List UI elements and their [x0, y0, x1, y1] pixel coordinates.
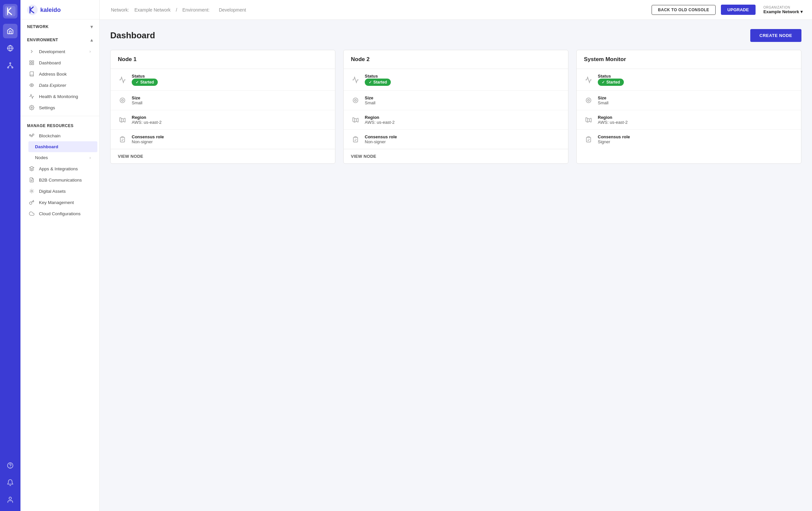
- main-content: Network: Example Network / Environment: …: [100, 0, 812, 511]
- globe-icon[interactable]: [3, 41, 18, 55]
- node-2-view-link[interactable]: VIEW NODE: [344, 149, 568, 163]
- sidebar-logo[interactable]: kaleido: [21, 0, 99, 20]
- svg-rect-10: [30, 63, 31, 65]
- node-2-size-icon: [351, 96, 360, 105]
- node-2-consensus-label: Consensus role: [365, 134, 397, 139]
- node-3-region-row: Region AWS: us-east-2: [577, 110, 801, 130]
- svg-rect-14: [29, 135, 31, 136]
- sidebar-item-development[interactable]: Development ›: [23, 46, 97, 57]
- health-monitoring-icon: [29, 94, 36, 99]
- svg-rect-16: [33, 134, 34, 135]
- upgrade-button[interactable]: UPGRADE: [721, 5, 756, 15]
- node-1-size-icon: [118, 96, 127, 105]
- node-1-size-row: Size Small: [111, 91, 335, 110]
- icon-rail: [0, 0, 21, 511]
- sidebar-item-dashboard-active[interactable]: Dashboard: [28, 141, 97, 152]
- sidebar: kaleido NETWORK ▾ ENVIRONMENT ▴ Developm…: [21, 0, 100, 511]
- svg-point-22: [353, 98, 358, 103]
- node-2-status-value: Started: [365, 79, 391, 86]
- nodes-chevron: ›: [89, 155, 91, 160]
- node-2-status-badge: Started: [365, 79, 391, 86]
- nodes-grid: Node 1 Status Started Size: [110, 50, 802, 164]
- node-2-status-row: Status Started: [344, 69, 568, 91]
- node-1-status-row: Status Started: [111, 69, 335, 91]
- development-icon: [29, 49, 36, 54]
- svg-point-7: [27, 5, 38, 15]
- sidebar-item-cloud-config[interactable]: Cloud Configurations: [23, 208, 97, 219]
- dashboard-env-icon: [29, 60, 36, 65]
- b2b-comms-icon: [29, 177, 36, 182]
- svg-rect-9: [32, 61, 34, 62]
- create-node-button[interactable]: CREATE NODE: [750, 29, 802, 42]
- node-2-size-value: Small: [365, 101, 376, 105]
- node-3-size-label: Size: [598, 95, 609, 101]
- development-chevron: ›: [89, 49, 91, 54]
- node-card-2-body: Status Started Size Small: [344, 69, 568, 149]
- svg-point-24: [586, 98, 591, 103]
- home-icon[interactable]: [3, 24, 18, 38]
- node-1-status-badge: Started: [132, 79, 158, 86]
- node-2-size-row: Size Small: [344, 91, 568, 110]
- node-2-consensus-row: Consensus role Non-signer: [344, 130, 568, 149]
- node-1-region-row: Region AWS: us-east-2: [111, 110, 335, 130]
- node-3-consensus-icon: [584, 135, 593, 144]
- node-1-size-value: Small: [132, 101, 143, 105]
- sidebar-item-blockchain[interactable]: Blockchain: [23, 130, 97, 141]
- blockchain-icon: [29, 133, 36, 138]
- node-1-view-link[interactable]: VIEW NODE: [111, 149, 335, 163]
- node-1-consensus-value: Non-signer: [132, 139, 164, 144]
- org-dropdown-chevron[interactable]: ▾: [801, 9, 803, 14]
- node-1-region-icon: [118, 115, 127, 124]
- apps-integrations-icon: [29, 166, 36, 171]
- node-3-status-row: Status Started: [577, 69, 801, 91]
- node-1-size-label: Size: [132, 95, 143, 101]
- network-icon[interactable]: [3, 58, 18, 73]
- node-card-1-header: Node 1: [111, 50, 335, 69]
- node-1-consensus-label: Consensus role: [132, 134, 164, 139]
- sidebar-item-nodes[interactable]: Nodes ›: [28, 152, 97, 163]
- node-2-status-icon: [351, 75, 360, 85]
- sidebar-item-settings[interactable]: Settings: [23, 102, 97, 113]
- node-3-consensus-row: Consensus role Signer: [577, 130, 801, 149]
- node-2-status-label: Status: [365, 74, 391, 79]
- sidebar-item-b2b-comms[interactable]: B2B Communications: [23, 174, 97, 186]
- rail-bottom: [3, 458, 18, 507]
- node-1-consensus-row: Consensus role Non-signer: [111, 130, 335, 149]
- logo-home-icon[interactable]: [3, 4, 18, 19]
- sidebar-item-data-explorer[interactable]: Data Explorer: [23, 80, 97, 91]
- page-title: Dashboard: [110, 30, 155, 40]
- question-icon[interactable]: [3, 458, 18, 473]
- sidebar-item-address-book[interactable]: Address Book: [23, 68, 97, 80]
- user-icon[interactable]: [3, 492, 18, 507]
- back-to-old-console-button[interactable]: BACK TO OLD CONSOLE: [651, 5, 715, 15]
- key-management-icon: [29, 200, 36, 205]
- sidebar-item-health-monitoring[interactable]: Health & Monitoring: [23, 91, 97, 102]
- network-section-header[interactable]: NETWORK ▾: [21, 20, 99, 33]
- sidebar-item-apps-integrations[interactable]: Apps & Integrations: [23, 163, 97, 174]
- node-card-2: Node 2 Status Started Size: [343, 50, 569, 164]
- settings-icon: [29, 105, 36, 110]
- svg-rect-11: [32, 63, 34, 65]
- logo-text: kaleido: [40, 7, 61, 13]
- node-2-region-label: Region: [365, 115, 395, 120]
- node-3-region-value: AWS: us-east-2: [598, 120, 628, 125]
- sidebar-item-digital-assets[interactable]: Digital Assets: [23, 186, 97, 197]
- sidebar-item-key-management[interactable]: Key Management: [23, 197, 97, 208]
- node-3-size-icon: [584, 96, 593, 105]
- sidebar-item-dashboard-env[interactable]: Dashboard: [23, 57, 97, 68]
- bell-icon[interactable]: [3, 475, 18, 490]
- environment-section-header[interactable]: ENVIRONMENT ▴: [21, 33, 99, 46]
- svg-point-20: [120, 98, 125, 103]
- node-2-consensus-value: Non-signer: [365, 139, 397, 144]
- svg-point-19: [31, 190, 32, 192]
- node-3-size-value: Small: [598, 101, 609, 105]
- node-1-status-icon: [118, 75, 127, 85]
- svg-point-21: [121, 100, 123, 101]
- node-2-region-row: Region AWS: us-east-2: [344, 110, 568, 130]
- node-1-consensus-icon: [118, 135, 127, 144]
- svg-point-6: [9, 497, 11, 500]
- node-1-status-label: Status: [132, 74, 158, 79]
- node-2-consensus-icon: [351, 135, 360, 144]
- svg-rect-8: [30, 61, 31, 62]
- org-section: ORGANIZATION Example Network ▾: [763, 6, 803, 14]
